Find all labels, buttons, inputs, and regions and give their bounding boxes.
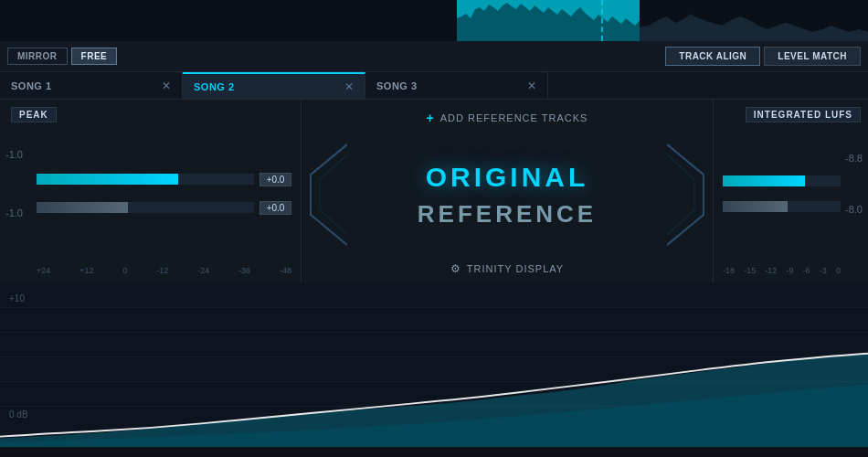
deco-right-svg bbox=[667, 134, 713, 255]
meter-fill-1 bbox=[37, 174, 178, 185]
left-meter-bottom-value: -1.0 bbox=[5, 207, 23, 218]
right-meter-bottom-value: -8.0 bbox=[845, 204, 863, 215]
right-meter-track-1 bbox=[723, 175, 841, 186]
main-section: PEAK -1.0 -1.0 +0.0 +0.0 +24 +12 0 -12 -… bbox=[0, 100, 868, 282]
right-meter-panel: INTEGRATED LUFS -8.8 -8.0 -18 -15 -12 -9… bbox=[713, 100, 868, 282]
right-meter-fill-1 bbox=[723, 175, 805, 186]
deco-left-svg bbox=[302, 134, 347, 255]
track-align-button[interactable]: TRACK ALIGN bbox=[665, 47, 760, 66]
meter-badge-2: +0.0 bbox=[259, 201, 291, 215]
meter-row-1: +0.0 bbox=[37, 173, 291, 186]
mirror-button[interactable]: MIRROR bbox=[7, 48, 68, 65]
left-meter-bars: +0.0 +0.0 bbox=[37, 132, 291, 255]
center-panel: + ADD REFERENCE TRACKS ORIGINAL REFERENC… bbox=[302, 100, 713, 282]
tab-song2[interactable]: SONG 2 ✕ bbox=[183, 72, 365, 99]
tab-song3[interactable]: SONG 3 ✕ bbox=[365, 72, 548, 99]
dashed-line bbox=[601, 0, 603, 41]
close-song2-icon[interactable]: ✕ bbox=[344, 80, 354, 93]
center-labels: ORIGINAL REFERENCE bbox=[302, 134, 713, 255]
integrated-lufs-label: INTEGRATED LUFS bbox=[746, 107, 861, 122]
meter-badge-1: +0.0 bbox=[259, 173, 291, 186]
meter-fill-2 bbox=[37, 202, 128, 213]
right-meter-top-value: -8.8 bbox=[845, 153, 863, 164]
plus-icon: + bbox=[427, 111, 435, 125]
meter-row-2: +0.0 bbox=[37, 201, 291, 215]
left-meter-panel: PEAK -1.0 -1.0 +0.0 +0.0 +24 +12 0 -12 -… bbox=[0, 100, 302, 282]
right-meter-bars bbox=[723, 132, 841, 255]
top-waveform bbox=[0, 0, 868, 41]
waveform-svg bbox=[0, 282, 868, 447]
tab-song1[interactable]: SONG 1 ✕ bbox=[0, 72, 183, 99]
reference-label: REFERENCE bbox=[418, 200, 597, 228]
close-song1-icon[interactable]: ✕ bbox=[162, 80, 171, 92]
add-reference-label: ADD REFERENCE TRACKS bbox=[440, 112, 588, 123]
trinity-display-button[interactable]: ⚙ TRINITY DISPLAY bbox=[443, 255, 571, 282]
meter-track-1 bbox=[37, 174, 254, 185]
original-label: ORIGINAL bbox=[426, 162, 589, 193]
gear-icon: ⚙ bbox=[450, 262, 461, 275]
right-meter-row-2 bbox=[723, 201, 841, 212]
controls-bar: MIRROR FREE TRACK ALIGN LEVEL MATCH bbox=[0, 41, 868, 72]
right-meter-fill-2 bbox=[723, 201, 788, 212]
peak-label: PEAK bbox=[11, 107, 57, 122]
songs-tabs: SONG 1 ✕ SONG 2 ✕ SONG 3 ✕ bbox=[0, 72, 868, 100]
bottom-waveform: +10 0 dB bbox=[0, 282, 868, 447]
trinity-label: TRINITY DISPLAY bbox=[467, 263, 564, 274]
free-button[interactable]: FREE bbox=[71, 48, 118, 65]
left-meter-top-value: -1.0 bbox=[5, 149, 23, 160]
add-reference-button[interactable]: + ADD REFERENCE TRACKS bbox=[427, 111, 588, 125]
meter-track-2 bbox=[37, 202, 254, 213]
level-match-button[interactable]: LEVEL MATCH bbox=[764, 47, 861, 66]
right-meter-scale: -18 -15 -12 -9 -6 -3 0 bbox=[723, 266, 841, 275]
close-song3-icon[interactable]: ✕ bbox=[527, 80, 536, 92]
left-meter-scale: +24 +12 0 -12 -24 -36 -48 bbox=[37, 266, 291, 275]
right-meter-track-2 bbox=[723, 201, 841, 212]
right-meter-row-1 bbox=[723, 175, 841, 186]
